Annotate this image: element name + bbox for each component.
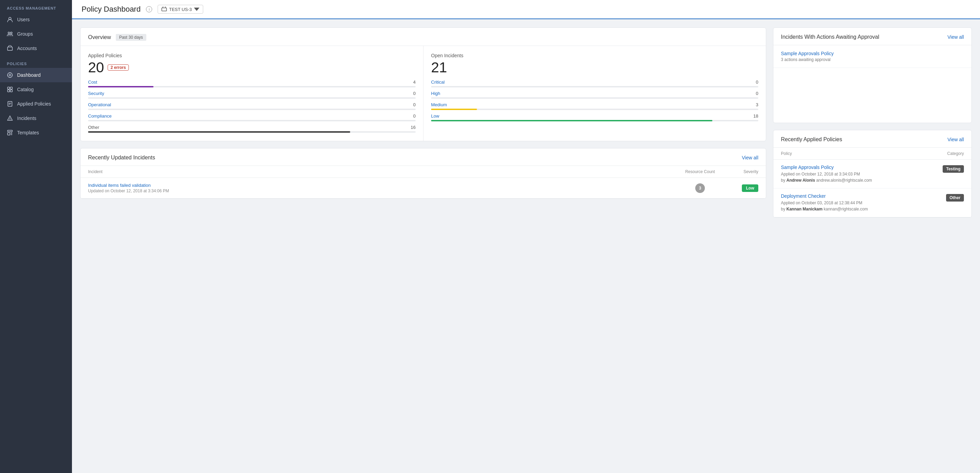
- svg-rect-8: [8, 90, 10, 92]
- compliance-value: 0: [413, 113, 416, 119]
- open-incidents-metrics: Critical 0 High: [431, 80, 758, 121]
- medium-bar-fill: [431, 109, 477, 110]
- col-category: Category: [930, 151, 964, 156]
- critical-bar-track: [431, 86, 758, 88]
- recently-applied-title: Recently Applied Policies: [781, 136, 842, 143]
- info-icon[interactable]: i: [146, 6, 152, 12]
- groups-icon: [7, 31, 13, 37]
- applied-policy-info-2: Deployment Checker Applied on October 03…: [781, 193, 930, 212]
- approvals-empty-space: [773, 68, 971, 123]
- incidents-card-header: Recently Updated Incidents View all: [81, 148, 766, 166]
- security-label[interactable]: Security: [88, 91, 104, 96]
- recently-applied-row-2: Deployment Checker Applied on October 03…: [773, 188, 971, 217]
- sidebar-item-groups[interactable]: Groups: [0, 27, 72, 41]
- left-column: Overview Past 30 days Applied Policies 2…: [80, 27, 766, 465]
- account-name: TEST US-3: [169, 7, 191, 12]
- compliance-bar-track: [88, 120, 416, 121]
- users-label: Users: [17, 17, 30, 22]
- page-title: Policy Dashboard: [81, 5, 140, 14]
- topbar: Policy Dashboard i TEST US-3: [72, 0, 980, 19]
- sidebar-item-catalog[interactable]: Catalog: [0, 82, 72, 97]
- severity-cell: Low: [724, 185, 758, 192]
- accounts-label: Accounts: [17, 46, 37, 51]
- applied-policies-section: Applied Policies 20 2 errors Cost 4: [81, 46, 423, 141]
- sidebar-item-users[interactable]: Users: [0, 12, 72, 27]
- approvals-view-all[interactable]: View all: [947, 34, 964, 40]
- cost-bar-fill: [88, 86, 154, 88]
- error-badge[interactable]: 2 errors: [108, 64, 129, 71]
- svg-point-4: [8, 73, 12, 78]
- critical-label[interactable]: Critical: [431, 80, 445, 84]
- user-icon: [7, 16, 13, 22]
- recently-applied-cols: Policy Category: [773, 148, 971, 160]
- compliance-label[interactable]: Compliance: [88, 113, 112, 119]
- catalog-label: Catalog: [17, 87, 33, 92]
- other-value: 16: [411, 125, 416, 130]
- sidebar-item-dashboard[interactable]: Dashboard: [0, 68, 72, 82]
- overview-card: Overview Past 30 days Applied Policies 2…: [80, 27, 766, 141]
- metric-row-low: Low 18: [431, 113, 758, 121]
- metric-row-cost: Cost 4: [88, 80, 416, 88]
- approvals-card: Incidents With Actions Awaiting Approval…: [773, 27, 972, 123]
- incident-name[interactable]: Individual items failed validation: [88, 183, 676, 188]
- medium-label[interactable]: Medium: [431, 102, 447, 107]
- sidebar: Access Management Users Groups: [0, 0, 72, 473]
- approvals-card-header: Incidents With Actions Awaiting Approval…: [773, 28, 971, 45]
- account-selector[interactable]: TEST US-3: [158, 5, 203, 14]
- recently-applied-header: Recently Applied Policies View all: [773, 130, 971, 148]
- sidebar-item-applied-policies[interactable]: Applied Policies: [0, 97, 72, 111]
- svg-rect-7: [10, 87, 12, 89]
- approval-subtitle: 3 actions awaiting approval: [781, 57, 964, 62]
- svg-rect-6: [8, 87, 10, 89]
- incident-updated: Updated on October 12, 2018 at 3:34:06 P…: [88, 188, 676, 193]
- approval-policy-name[interactable]: Sample Approvals Policy: [781, 51, 964, 56]
- applied-policy-name-1[interactable]: Sample Approvals Policy: [781, 164, 930, 170]
- metric-row-medium: Medium 3: [431, 102, 758, 110]
- col-severity: Severity: [724, 169, 758, 174]
- applied-policy-info-1: Sample Approvals Policy Applied on Octob…: [781, 164, 930, 183]
- catalog-icon: [7, 86, 13, 92]
- recently-applied-card: Recently Applied Policies View all Polic…: [773, 130, 972, 218]
- applied-policy-name-2[interactable]: Deployment Checker: [781, 193, 930, 199]
- svg-point-1: [8, 32, 10, 34]
- category-badge-2: Other: [946, 194, 964, 202]
- overview-title: Overview: [88, 34, 111, 40]
- incidents-icon: [7, 115, 13, 121]
- operational-bar-track: [88, 109, 416, 110]
- approval-item: Sample Approvals Policy 3 actions awaiti…: [773, 45, 971, 68]
- applied-policies-metrics: Cost 4 Security: [88, 80, 416, 133]
- high-bar-track: [431, 97, 758, 99]
- operational-label[interactable]: Operational: [88, 102, 111, 107]
- high-label[interactable]: High: [431, 91, 440, 96]
- incidents-card-title: Recently Updated Incidents: [88, 154, 155, 161]
- severity-badge: Low: [742, 185, 758, 192]
- incidents-view-all[interactable]: View all: [742, 155, 758, 161]
- security-value: 0: [413, 91, 416, 96]
- overview-header: Overview Past 30 days: [81, 28, 766, 46]
- resource-count-badge: 3: [695, 183, 705, 193]
- operational-value: 0: [413, 102, 416, 107]
- high-value: 0: [756, 91, 758, 96]
- security-bar-track: [88, 97, 416, 99]
- low-bar-fill: [431, 120, 713, 121]
- metric-row-high: High 0: [431, 91, 758, 99]
- sidebar-item-templates[interactable]: Templates: [0, 126, 72, 140]
- category-badge-1: Testing: [943, 165, 964, 173]
- applied-meta-2: Applied on October 03, 2018 at 12:38:44 …: [781, 200, 930, 212]
- sidebar-item-accounts[interactable]: Accounts: [0, 41, 72, 56]
- main-content: Policy Dashboard i TEST US-3 Overview Pa…: [72, 0, 980, 473]
- accounts-icon: [7, 45, 13, 51]
- applied-policies-count: 20 2 errors: [88, 61, 416, 75]
- sidebar-item-incidents[interactable]: Incidents: [0, 111, 72, 126]
- applied-policies-title: Applied Policies: [88, 53, 416, 58]
- low-bar-track: [431, 120, 758, 121]
- other-label[interactable]: Other: [88, 125, 99, 130]
- low-label[interactable]: Low: [431, 113, 439, 119]
- recently-applied-view-all[interactable]: View all: [947, 137, 964, 142]
- col-incident: Incident: [88, 169, 676, 174]
- applied-policies-label: Applied Policies: [17, 101, 51, 107]
- svg-point-5: [9, 74, 11, 76]
- medium-value: 3: [756, 102, 758, 107]
- cost-label[interactable]: Cost: [88, 80, 97, 84]
- cost-bar-track: [88, 86, 416, 88]
